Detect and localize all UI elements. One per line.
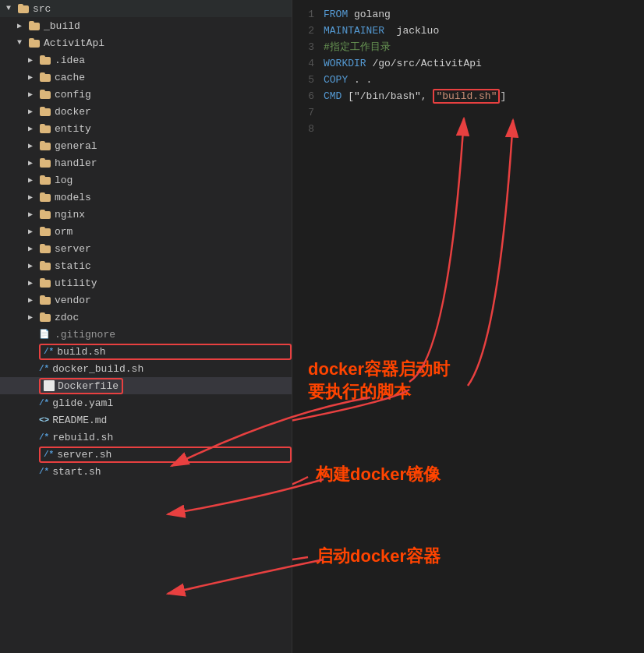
label-glide-yaml: glide.yaml [52,397,113,409]
folder-arrow-build [17,21,27,30]
tree-item-nginx[interactable]: nginx [0,206,292,223]
folder-icon-handler [39,157,51,169]
folder-icon-zdoc [39,311,51,323]
file-icon-dockerfile [44,380,55,391]
tree-item-dockerfile[interactable]: Dockerfile [0,377,292,394]
label-server: server [55,243,91,255]
label-models: models [55,192,91,203]
label-zdoc: zdoc [55,312,79,323]
tree-item-server[interactable]: server [0,240,292,257]
folder-icon-config [39,88,51,101]
folder-arrow-src [6,4,16,13]
tree-item-gitignore[interactable]: 📄 .gitignore [0,326,292,343]
folder-arrow-config [28,90,37,99]
label-static: static [55,260,91,272]
tree-item-build[interactable]: _build [0,17,292,34]
folder-arrow-orm [28,227,37,236]
label-start-sh: start.sh [52,466,101,478]
tree-item-vendor[interactable]: vendor [0,291,292,309]
folder-icon-general [39,139,51,152]
label-docker: docker [55,106,91,118]
folder-icon-build [28,19,41,32]
folder-icon-utility [39,277,51,289]
label-log: log [55,175,73,186]
tree-item-entity[interactable]: entity [0,120,292,137]
label-src: src [33,3,51,15]
tree-item-static[interactable]: static [0,257,292,274]
folder-icon-models [39,191,51,203]
tree-item-docker-build-sh[interactable]: /* docker_build.sh [0,360,292,377]
folder-icon-log [39,174,51,186]
folder-arrow-static [28,261,37,270]
tree-item-src[interactable]: src [0,0,292,17]
tree-item-start-sh[interactable]: /* start.sh [0,463,292,480]
label-build-sh: build.sh [57,346,105,358]
label-dockerfile: Dockerfile [58,380,119,392]
tree-item-docker[interactable]: docker [0,103,292,120]
label-build: _build [44,20,80,32]
code-line-3: #指定工作目录 [324,39,644,55]
code-line-1: FROM golang [324,6,644,23]
folder-icon-static [39,259,51,272]
folder-arrow-handler [28,158,37,168]
sh-icon-glide: /* [39,398,49,408]
label-general: general [55,140,97,152]
code-line-7: CMD ["/bin/bash", "build.sh"] [324,88,644,104]
label-entity: entity [55,123,91,135]
label-vendor: vendor [55,295,91,306]
folder-arrow-idea [28,55,37,65]
sh-icon-build: /* [44,347,54,356]
folder-icon-entity [39,122,51,135]
folder-icon-idea [39,54,51,66]
folder-arrow-general [28,141,37,150]
label-handler: handler [55,157,97,169]
folder-arrow-nginx [28,210,37,219]
sh-icon-docker-build: /* [39,364,49,373]
folder-arrow-docker [28,107,37,116]
tree-item-models[interactable]: models [0,189,292,206]
folder-icon-orm [39,225,51,238]
folder-arrow-server [28,244,37,253]
code-line-2: MAINTAINER jackluo [324,23,644,39]
tree-item-rebuild-sh[interactable]: /* rebuild.sh [0,429,292,446]
label-nginx: nginx [55,209,85,221]
folder-icon-nginx [39,208,51,221]
folder-arrow-zdoc [28,312,37,322]
tree-item-log[interactable]: log [0,171,292,189]
tree-item-build-sh[interactable]: /* build.sh [0,343,292,360]
tree-item-cache[interactable]: cache [0,69,292,86]
label-readme: README.md [52,415,107,426]
tree-item-general[interactable]: general [0,137,292,154]
tree-item-idea[interactable]: .idea [0,51,292,69]
tree-item-orm[interactable]: orm [0,223,292,240]
tree-item-readme[interactable]: <> README.md [0,411,292,429]
label-idea: .idea [55,55,85,66]
sh-icon-rebuild: /* [39,432,49,442]
build-sh-highlight-box: /* build.sh [39,344,292,360]
tree-item-zdoc[interactable]: zdoc [0,309,292,326]
label-config: config [55,89,91,101]
folder-arrow-cache [28,72,37,82]
label-utility: utility [55,277,97,289]
server-sh-highlight-box: /* server.sh [39,447,292,463]
label-server-sh: server.sh [57,449,111,461]
tree-item-activitapi[interactable]: ActivitApi [0,34,292,51]
folder-icon-cache [39,71,51,83]
tree-item-server-sh[interactable]: /* server.sh [0,446,292,463]
tree-item-utility[interactable]: utility [0,274,292,291]
folder-arrow-activitapi [17,38,27,48]
folder-icon-server [39,242,51,255]
tree-item-config[interactable]: config [0,86,292,103]
line-numbers: 1 2 3 4 5 6 7 8 [292,0,320,653]
code-content: FROM golang MAINTAINER jackluo #指定工作目录 W… [320,0,644,653]
tree-item-glide-yaml[interactable]: /* glide.yaml [0,394,292,411]
tree-item-handler[interactable]: handler [0,154,292,171]
file-icon-gitignore: 📄 [39,328,51,341]
label-orm: orm [55,226,73,238]
folder-icon-activitapi [28,37,41,49]
file-tree: src _build ActivitApi .idea cache [0,0,292,653]
folder-icon-src [17,2,30,15]
angle-icon-readme: <> [39,415,49,425]
sh-icon-server: /* [44,450,54,459]
folder-arrow-entity [28,124,37,133]
